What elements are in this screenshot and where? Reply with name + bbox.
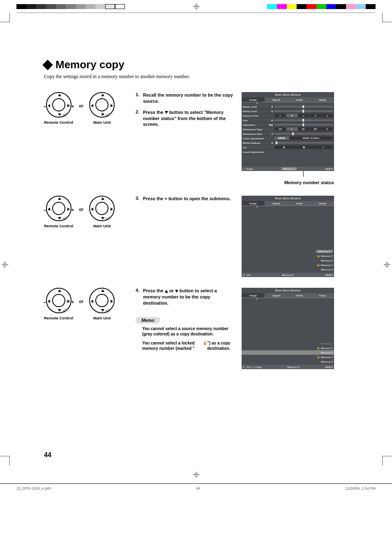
main-unit-icon: ☜ <box>89 288 115 313</box>
remote-control-icon: –+☜ <box>46 288 71 313</box>
osd-screenshot-2: Move Menu Window Image Signal Initial Se… <box>242 196 334 277</box>
memo-item: You cannot select a locked memory number… <box>142 340 234 351</box>
print-footer: 13_DPX-1100_e.p65 44 11/26/04, 1:54 PM <box>0 483 392 490</box>
registration-mark <box>384 261 390 268</box>
footer-date: 11/26/04, 1:54 PM <box>345 486 376 490</box>
up-triangle-icon <box>165 290 168 293</box>
step-number: 1. <box>136 92 143 104</box>
lock-icon: 🔒 <box>317 254 320 257</box>
remote-label: Remote Control <box>44 120 73 125</box>
intro-text: Copy the settings stored in a memory num… <box>44 74 376 80</box>
down-triangle-icon <box>175 290 178 293</box>
page-number: 44 <box>44 451 376 459</box>
crop-mark <box>0 456 10 466</box>
or-text: or <box>79 103 83 108</box>
osd-screenshot-3: Move Menu Window Image Signal Initial Se… <box>242 288 334 369</box>
step-text: Press the + button to open the submenu. <box>143 196 231 202</box>
step-number: 2. <box>136 109 143 128</box>
osd-screenshot-1: Move Menu Window Image Signal Initial Se… <box>242 92 334 171</box>
footer-file: 13_DPX-1100_e.p65 <box>16 486 51 490</box>
registration-mark <box>193 3 200 10</box>
main-unit-label: Main Unit <box>89 120 115 125</box>
osd-tab-image: Image <box>242 97 265 102</box>
osd-tab-signal: Signal <box>265 97 288 102</box>
footer-page: 44 <box>196 486 200 490</box>
memo-item: You cannot select a source memory number… <box>142 326 234 337</box>
registration-mark <box>2 261 8 268</box>
memo-header: Memo <box>136 317 160 324</box>
osd-tab-setup: Setup <box>311 97 334 102</box>
lock-icon: 🔒 <box>203 340 207 351</box>
top-rule <box>16 12 376 13</box>
step-number: 4. <box>136 288 143 306</box>
lock-icon: 🔒 <box>317 264 320 266</box>
down-triangle-icon <box>165 111 168 114</box>
step-text: Press the or button to select a memory n… <box>143 288 234 306</box>
main-unit-icon: ☜ <box>89 92 115 118</box>
main-unit-icon: ☜ <box>89 196 115 221</box>
osd-caption: Memory number status <box>242 180 334 185</box>
registration-mark <box>193 472 200 478</box>
crop-mark <box>382 12 392 22</box>
osd-tab-initial: Initial <box>288 97 311 102</box>
diamond-icon <box>42 60 53 70</box>
step-text: Press the button to select "Memory numbe… <box>143 109 234 128</box>
lock-icon: 🔒 <box>317 347 320 349</box>
page-title: Memory copy <box>55 58 125 71</box>
lock-icon: 🔒 <box>317 356 320 358</box>
step-text: Recall the memory number to be the copy … <box>143 92 234 104</box>
crop-mark <box>382 456 392 466</box>
step-number: 3. <box>136 196 143 202</box>
remote-control-icon: –+ ☜ <box>46 92 71 118</box>
crop-mark <box>0 12 10 22</box>
remote-control-icon: –+☜ <box>46 196 71 221</box>
